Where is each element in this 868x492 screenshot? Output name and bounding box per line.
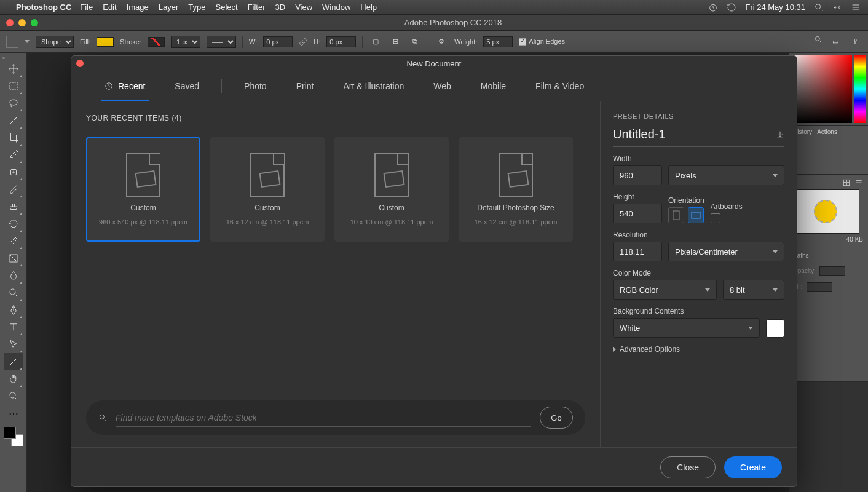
menu-file[interactable]: File — [80, 2, 93, 12]
fill-input[interactable] — [807, 282, 832, 292]
tab-print[interactable]: Print — [282, 71, 329, 101]
minimize-window-button[interactable] — [18, 19, 26, 26]
menu-help[interactable]: Help — [360, 2, 377, 12]
save-preset-icon[interactable] — [776, 130, 784, 139]
crop-tool[interactable] — [4, 129, 23, 146]
tool-preset-picker[interactable] — [6, 36, 18, 48]
menu-layer[interactable]: Layer — [159, 2, 179, 12]
stroke-width-select[interactable]: 1 px — [171, 36, 200, 48]
artboards-checkbox[interactable] — [711, 213, 720, 223]
control-center-icon[interactable] — [832, 2, 842, 12]
eyedropper-tool[interactable] — [4, 146, 23, 164]
menu-edit[interactable]: Edit — [103, 2, 116, 12]
color-panel[interactable] — [789, 53, 868, 125]
zoom-tool[interactable] — [4, 387, 23, 405]
tab-film[interactable]: Film & Video — [521, 71, 599, 101]
document-name-field[interactable]: Untitled-1 — [613, 127, 770, 141]
foreground-color[interactable] — [4, 427, 16, 439]
stroke-swatch[interactable] — [148, 37, 165, 47]
tab-photo[interactable]: Photo — [229, 71, 282, 101]
create-button[interactable]: Create — [724, 456, 782, 478]
path-op-1[interactable]: ▢ — [369, 35, 382, 49]
go-button[interactable]: Go — [540, 407, 573, 429]
width-input[interactable] — [263, 36, 293, 47]
bit-depth-select[interactable]: 8 bit — [723, 280, 784, 300]
clone-stamp-tool[interactable] — [4, 198, 23, 215]
tab-web[interactable]: Web — [419, 71, 466, 101]
hand-tool[interactable] — [4, 370, 23, 387]
preset-2[interactable]: Custom 10 x 10 cm @ 118.11 ppcm — [334, 137, 449, 242]
preset-1[interactable]: Custom 16 x 12 cm @ 118.11 ppcm — [210, 137, 325, 242]
align-edges-checkbox[interactable]: Align Edges — [519, 38, 565, 46]
gear-icon[interactable]: ⚙ — [435, 35, 448, 49]
blur-tool[interactable] — [4, 267, 23, 284]
chevron-down-icon[interactable] — [25, 40, 30, 43]
dodge-tool[interactable] — [4, 284, 23, 301]
brush-tool[interactable] — [4, 181, 23, 198]
app-name[interactable]: Photoshop CC — [16, 2, 71, 12]
preset-0[interactable]: Custom 960 x 540 px @ 118.11 ppcm — [86, 137, 200, 242]
tab-saved[interactable]: Saved — [160, 71, 214, 101]
menu-window[interactable]: Window — [322, 2, 350, 12]
link-icon[interactable] — [299, 38, 307, 46]
grid-view-icon[interactable] — [842, 178, 851, 187]
spotlight-icon[interactable] — [814, 2, 824, 12]
search-icon[interactable] — [814, 35, 823, 44]
stock-search-input[interactable] — [116, 409, 531, 427]
background-swatch[interactable] — [766, 319, 784, 338]
share-icon[interactable]: ⇪ — [848, 35, 862, 49]
resolution-input[interactable]: 118.11 — [613, 242, 662, 261]
resolution-unit-select[interactable]: Pixels/Centimeter — [668, 242, 784, 261]
list-view-icon[interactable] — [854, 178, 863, 187]
foreground-background-swatches[interactable] — [4, 427, 23, 446]
actions-tab[interactable]: Actions — [817, 129, 837, 135]
edit-toolbar-icon[interactable]: ⋯ — [4, 405, 23, 422]
color-mode-select[interactable]: RGB Color — [613, 280, 717, 300]
menu-type[interactable]: Type — [188, 2, 205, 12]
pen-tool[interactable] — [4, 301, 23, 319]
tab-art[interactable]: Art & Illustration — [328, 71, 419, 101]
marquee-tool[interactable] — [4, 77, 23, 95]
eraser-tool[interactable] — [4, 232, 23, 250]
type-tool[interactable] — [4, 319, 23, 336]
height-input[interactable] — [326, 36, 356, 47]
color-field[interactable] — [792, 55, 852, 123]
background-select[interactable]: White — [613, 318, 760, 338]
close-button[interactable]: Close — [660, 456, 716, 478]
expand-toolbar-icon[interactable]: » — [0, 55, 5, 60]
history-icon[interactable] — [727, 2, 736, 12]
history-brush-tool[interactable] — [4, 215, 23, 232]
menu-3d[interactable]: 3D — [275, 2, 286, 12]
height-value-input[interactable]: 540 — [613, 204, 662, 223]
screen-mode-icon[interactable]: ▭ — [829, 35, 842, 49]
fill-swatch[interactable] — [97, 37, 114, 47]
notification-icon[interactable] — [851, 2, 861, 12]
opacity-input[interactable] — [819, 266, 845, 276]
dialog-close-button[interactable] — [76, 60, 84, 67]
path-selection-tool[interactable] — [4, 336, 23, 353]
advanced-options-toggle[interactable]: Advanced Options — [613, 345, 784, 354]
path-align[interactable]: ⊟ — [389, 35, 402, 49]
gradient-tool[interactable] — [4, 250, 23, 267]
timer-icon[interactable] — [708, 2, 718, 12]
weight-input[interactable] — [483, 36, 513, 47]
menu-view[interactable]: View — [295, 2, 312, 12]
magic-wand-tool[interactable] — [4, 112, 23, 129]
orientation-portrait[interactable] — [668, 207, 684, 223]
library-thumbnail[interactable] — [792, 189, 859, 234]
tab-mobile[interactable]: Mobile — [466, 71, 521, 101]
dialog-titlebar[interactable]: New Document — [71, 56, 797, 71]
menu-image[interactable]: Image — [127, 2, 149, 12]
stroke-style-select[interactable]: ——— — [207, 36, 236, 48]
healing-tool[interactable] — [4, 164, 23, 181]
line-tool[interactable] — [4, 353, 23, 370]
move-tool[interactable] — [4, 60, 23, 77]
orientation-landscape[interactable] — [688, 207, 704, 223]
tab-recent[interactable]: Recent — [90, 71, 160, 101]
shape-mode-select[interactable]: Shape — [36, 36, 74, 48]
menu-select[interactable]: Select — [215, 2, 237, 12]
close-window-button[interactable] — [6, 19, 14, 26]
menu-filter[interactable]: Filter — [248, 2, 266, 12]
width-unit-select[interactable]: Pixels — [668, 165, 784, 185]
width-value-input[interactable]: 960 — [613, 165, 662, 185]
